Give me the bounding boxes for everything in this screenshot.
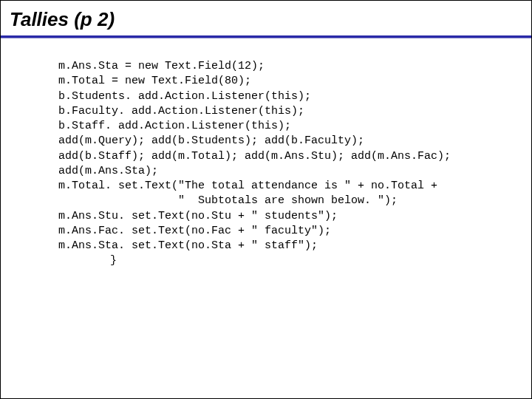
code-line: m.Total = new Text.Field(80); [58,75,251,87]
code-closing-brace: } [58,254,117,267]
code-line: m.Ans.Fac. set.Text(no.Fac + " faculty")… [58,225,331,237]
code-line: add(b.Staff); add(m.Total); add(m.Ans.St… [58,150,451,163]
code-line: m.Total. set.Text("The total attendance … [58,180,437,192]
slide: Tallies (p 2) m.Ans.Sta = new Text.Field… [0,0,532,399]
code-line: add(m.Query); add(b.Students); add(b.Fac… [58,134,364,147]
code-line: b.Staff. add.Action.Listener(this); [58,120,291,132]
code-line: m.Ans.Sta. set.Text(no.Sta + " staff"); [58,239,318,252]
code-line: b.Students. add.Action.Listener(this); [58,90,311,103]
page-title: Tallies (p 2) [1,1,531,35]
code-block: m.Ans.Sta = new Text.Field(12); m.Total … [1,38,531,269]
code-line: m.Ans.Sta = new Text.Field(12); [58,60,265,72]
code-line: m.Ans.Stu. set.Text(no.Stu + " students"… [58,210,338,222]
code-line: b.Faculty. add.Action.Listener(this); [58,105,304,117]
code-line: " Subtotals are shown below. "); [58,194,398,207]
code-line: add(m.Ans.Sta); [58,165,158,177]
